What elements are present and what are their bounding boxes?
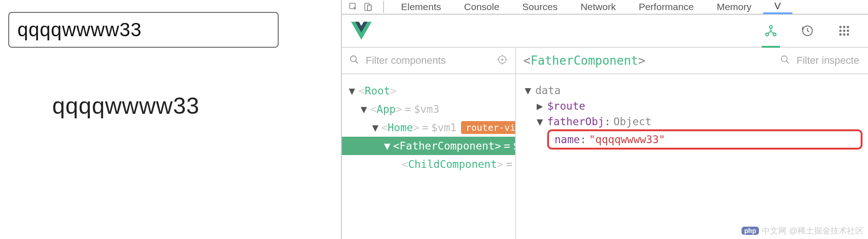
devtools-panel: Elements Console Sources Network Perform… bbox=[341, 0, 868, 239]
tab-performance[interactable]: Performance bbox=[627, 0, 705, 14]
svg-point-8 bbox=[839, 26, 841, 28]
svg-rect-2 bbox=[368, 5, 371, 11]
php-badge: php bbox=[742, 227, 759, 235]
chevron-down-icon: ▼ bbox=[536, 116, 544, 128]
devtools-tabs: Elements Console Sources Network Perform… bbox=[342, 0, 868, 15]
svg-point-10 bbox=[847, 26, 849, 28]
svg-point-17 bbox=[351, 56, 357, 62]
watermark-text-1: 中文网 bbox=[762, 225, 786, 236]
state-item-route[interactable]: ▶ $route bbox=[522, 98, 863, 114]
state-section-data[interactable]: ▼ data bbox=[522, 83, 863, 98]
watermark: php 中文网 @稀土掘金技术社区 bbox=[742, 225, 863, 236]
inspector-header: <FatherComponent> bbox=[516, 48, 868, 74]
chevron-right-icon: ▶ bbox=[536, 100, 544, 112]
svg-point-19 bbox=[502, 59, 503, 61]
inspector-filter-input[interactable] bbox=[797, 55, 861, 67]
component-state: ▼ data ▶ $route ▼ fatherObj: Object name… bbox=[516, 74, 868, 239]
select-component-icon[interactable] bbox=[497, 54, 508, 67]
svg-point-16 bbox=[847, 33, 849, 36]
svg-point-11 bbox=[839, 29, 841, 32]
device-toolbar-icon[interactable] bbox=[363, 2, 373, 12]
tab-network[interactable]: Network bbox=[569, 0, 627, 14]
tab-console[interactable]: Console bbox=[453, 0, 511, 14]
state-item-name-highlighted[interactable]: name: "qqqqwwww33" bbox=[547, 129, 863, 150]
tab-sources[interactable]: Sources bbox=[511, 0, 569, 14]
tree-node-child-component[interactable]: <ChildComponent> = bbox=[342, 155, 515, 173]
name-input[interactable] bbox=[8, 12, 279, 48]
vue-devtools-panel: ▼ <Root> ▼ <App> =$vm3 ▼ <Home> =$vm1 ro… bbox=[342, 15, 868, 239]
svg-point-4 bbox=[769, 26, 772, 28]
state-item-fatherobj[interactable]: ▼ fatherObj: Object bbox=[522, 114, 863, 129]
components-filter-bar bbox=[342, 48, 515, 74]
display-text: qqqqwwww33 bbox=[52, 93, 333, 119]
chevron-down-icon: ▼ bbox=[384, 140, 390, 152]
divider bbox=[383, 1, 384, 13]
components-tab-icon[interactable] bbox=[764, 24, 777, 37]
inspect-element-icon[interactable] bbox=[348, 2, 358, 12]
tab-elements[interactable]: Elements bbox=[390, 0, 453, 14]
svg-point-9 bbox=[843, 26, 845, 28]
component-inspector-panel: <FatherComponent> ▼ data ▶ bbox=[516, 48, 868, 239]
vue-header bbox=[342, 15, 868, 48]
tab-vue[interactable]: V bbox=[763, 0, 792, 14]
component-tree: ▼ <Root> ▼ <App> =$vm3 ▼ <Home> =$vm1 ro… bbox=[342, 74, 515, 239]
search-icon bbox=[780, 55, 790, 67]
chevron-down-icon: ▼ bbox=[360, 103, 368, 115]
svg-point-20 bbox=[781, 56, 787, 62]
svg-point-12 bbox=[843, 29, 845, 32]
search-icon bbox=[349, 55, 359, 67]
tree-node-father-component[interactable]: ▼ <FatherComponent> =$ bbox=[342, 137, 515, 155]
router-view-badge: router-vie bbox=[461, 121, 515, 134]
tree-node-app[interactable]: ▼ <App> =$vm3 bbox=[342, 100, 515, 118]
tree-node-home[interactable]: ▼ <Home> =$vm1 router-vie bbox=[342, 118, 515, 137]
chevron-down-icon: ▼ bbox=[348, 85, 356, 97]
chevron-down-icon: ▼ bbox=[524, 84, 532, 96]
components-filter-input[interactable] bbox=[366, 55, 490, 67]
svg-point-15 bbox=[843, 33, 845, 36]
tree-node-root[interactable]: ▼ <Root> bbox=[342, 82, 515, 100]
watermark-text-2: @稀土掘金技术社区 bbox=[789, 225, 863, 236]
timeline-tab-icon[interactable] bbox=[801, 24, 814, 37]
svg-point-13 bbox=[847, 29, 849, 32]
selected-component-title: <FatherComponent> bbox=[523, 54, 645, 67]
tab-memory[interactable]: Memory bbox=[705, 0, 763, 14]
vue-logo-icon bbox=[351, 22, 372, 40]
component-tree-panel: ▼ <Root> ▼ <App> =$vm3 ▼ <Home> =$vm1 ro… bbox=[342, 48, 516, 239]
settings-tab-icon[interactable] bbox=[838, 24, 851, 37]
svg-point-14 bbox=[839, 33, 841, 36]
app-viewport: qqqqwwww33 bbox=[0, 0, 341, 239]
chevron-down-icon: ▼ bbox=[372, 122, 379, 133]
